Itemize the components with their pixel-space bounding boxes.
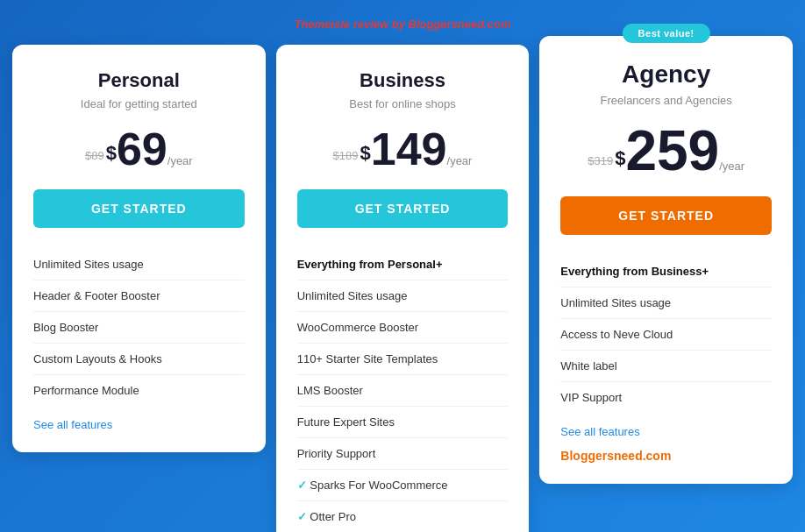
feature-item: Priority Support [297, 438, 509, 470]
feature-item: Future Expert Sites [297, 407, 509, 438]
plan-card-agency: Best value!AgencyFreelancers and Agencie… [539, 36, 793, 484]
price-period: /year [719, 160, 744, 173]
price-current: 259 [625, 119, 719, 182]
feature-item: Unlimited Sites usage [560, 287, 772, 319]
feature-item: 110+ Starter Site Templates [297, 344, 509, 375]
feature-item: Performance Module [33, 375, 245, 406]
see-all-link-personal[interactable]: See all features [33, 418, 245, 431]
feature-item: Unlimited Sites usage [297, 280, 509, 312]
price-block: $189$149/year [297, 126, 509, 172]
get-started-button-agency[interactable]: GET STARTED [560, 196, 772, 235]
price-block: $319$259/year [560, 123, 772, 179]
dollar-sign: $ [615, 147, 625, 169]
price-current: 149 [371, 124, 447, 174]
feature-item: Everything from Personal+ [297, 249, 509, 280]
feature-item: Otter Pro [297, 501, 509, 532]
feature-item: White label [560, 351, 772, 382]
plan-subtitle: Freelancers and Agencies [560, 94, 772, 107]
price-period: /year [167, 154, 193, 167]
bloggersneed-label: Bloggersneed.com [560, 449, 772, 463]
plan-card-business: BusinessBest for online shops $189$149/y… [276, 45, 530, 532]
plan-name: Agency [560, 60, 772, 89]
see-all-link-agency[interactable]: See all features [560, 425, 772, 438]
price-block: $89$69/year [33, 126, 245, 172]
review-label: Themeisle review by Bloggersneed.com [294, 18, 510, 31]
plan-name: Business [297, 69, 509, 92]
features-list-personal: Unlimited Sites usageHeader & Footer Boo… [33, 249, 245, 406]
feature-item: Unlimited Sites usage [33, 249, 245, 280]
get-started-button-business[interactable]: GET STARTED [297, 189, 509, 228]
plan-card-personal: PersonalIdeal for getting started $89$69… [12, 45, 266, 452]
feature-item: Everything from Business+ [560, 256, 772, 287]
plan-name: Personal [33, 69, 245, 92]
dollar-sign: $ [360, 142, 371, 164]
feature-item: Sparks For WooCommerce [297, 470, 509, 501]
plan-subtitle: Ideal for getting started [33, 97, 245, 110]
feature-item: Header & Footer Booster [33, 280, 245, 312]
price-old: $319 [588, 154, 613, 167]
feature-item: Access to Neve Cloud [560, 319, 772, 351]
price-old: $89 [85, 149, 104, 162]
features-list-agency: Everything from Business+Unlimited Sites… [560, 256, 772, 413]
price-old: $189 [333, 149, 359, 162]
plans-container: PersonalIdeal for getting started $89$69… [12, 45, 793, 532]
price-current: 69 [117, 124, 167, 174]
feature-item: VIP Support [560, 382, 772, 413]
feature-item: Blog Booster [33, 312, 245, 344]
get-started-button-personal[interactable]: GET STARTED [33, 189, 245, 228]
dollar-sign: $ [106, 142, 117, 164]
feature-item: LMS Booster [297, 375, 509, 407]
features-list-business: Everything from Personal+Unlimited Sites… [297, 249, 509, 532]
feature-item: Custom Layouts & Hooks [33, 344, 245, 375]
price-period: /year [447, 154, 473, 167]
feature-item: WooCommerce Booster [297, 312, 509, 344]
best-value-badge: Best value! [623, 24, 710, 43]
plan-subtitle: Best for online shops [297, 97, 509, 110]
